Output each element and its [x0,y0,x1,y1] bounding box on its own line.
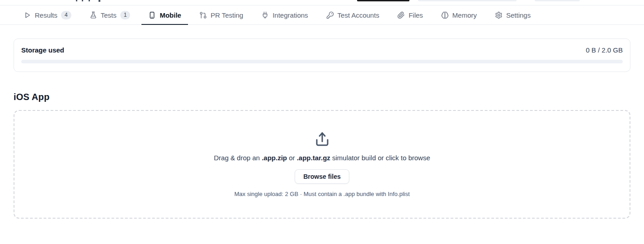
clipped-text-fragment [89,0,90,1]
browse-files-button[interactable]: Browse files [295,169,349,184]
plug-icon [261,11,269,19]
dropzone-instruction: Drag & drop an .app.zip or .app.tar.gz s… [214,154,430,162]
tab-label: Test Accounts [338,11,380,19]
ios-app-heading: iOS App [14,92,630,102]
clipped-text-fragment [99,0,100,2]
clipped-light-button-fragment [535,0,580,1]
tab-pr-testing[interactable]: PR Testing [193,5,250,24]
format-app-tar-gz: .app.tar.gz [297,154,330,162]
clipped-text-fragment [82,0,83,1]
format-app-zip: .app.zip [262,154,287,162]
ios-app-dropzone[interactable]: Drag & drop an .app.zip or .app.tar.gz s… [14,110,630,219]
tab-integrations[interactable]: Integrations [254,5,315,24]
storage-progress-bar [21,60,623,63]
key-icon [326,11,334,19]
tests-count-badge: 1 [120,11,131,19]
clipped-dark-button-fragment [357,0,409,1]
clipped-top-row [0,0,644,5]
paperclip-icon [397,11,405,19]
storage-label: Storage used [21,46,64,54]
storage-usage-value: 0 B / 2.0 GB [586,46,623,54]
tab-files[interactable]: Files [390,5,430,24]
upload-icon [314,131,330,149]
gear-icon [495,11,503,19]
tab-bar: Results 4 Tests 1 Mobile PR Testing Inte… [0,5,644,25]
instruction-suffix: simulator build or click to browse [330,154,430,162]
tab-label: Settings [506,11,531,19]
results-count-badge: 4 [61,11,71,19]
flask-icon [89,11,97,19]
clipped-light-button-fragment [418,0,517,1]
tab-label: Tests [101,11,117,19]
tab-settings[interactable]: Settings [488,5,537,24]
tab-test-accounts[interactable]: Test Accounts [320,5,386,24]
tab-label: Mobile [160,11,181,19]
instruction-middle: or [287,154,297,162]
clipped-text-fragment [76,0,77,1]
smartphone-icon [148,11,156,19]
tab-label: PR Testing [211,11,243,19]
brain-icon [441,11,449,19]
tab-label: Memory [452,11,477,19]
tab-tests[interactable]: Tests 1 [83,5,137,24]
tab-label: Files [409,11,423,19]
instruction-prefix: Drag & drop an [214,154,262,162]
tab-memory[interactable]: Memory [434,5,484,24]
tab-mobile[interactable]: Mobile [141,5,188,24]
git-pull-request-icon [199,11,207,19]
play-icon [24,11,31,19]
storage-card: Storage used 0 B / 2.0 GB [14,38,630,72]
tab-results[interactable]: Results 4 [17,5,78,24]
upload-requirements-hint: Max single upload: 2 GB · Must contain a… [234,191,409,197]
tab-label: Results [35,11,57,19]
tab-label: Integrations [273,11,308,19]
